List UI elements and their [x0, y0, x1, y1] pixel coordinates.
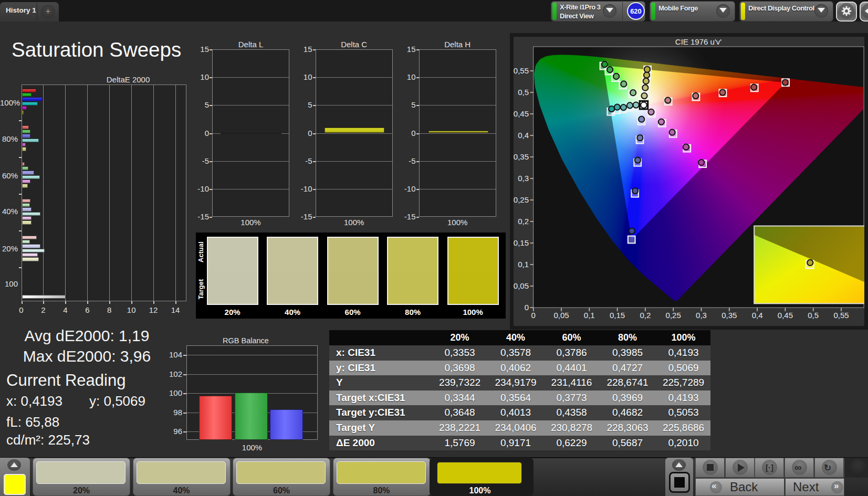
- svg-text:0,1: 0,1: [518, 260, 529, 269]
- svg-text:0,45: 0,45: [778, 311, 793, 320]
- svg-text:0,15: 0,15: [610, 311, 625, 320]
- svg-text:0,3: 0,3: [696, 311, 707, 320]
- svg-text:0,2: 0,2: [518, 217, 529, 226]
- svg-text:0,55: 0,55: [833, 311, 849, 320]
- svg-text:0,55: 0,55: [514, 66, 529, 75]
- svg-text:0,4: 0,4: [518, 131, 529, 140]
- svg-text:0: 0: [531, 311, 536, 320]
- svg-text:0,2: 0,2: [640, 311, 651, 320]
- svg-text:0,5: 0,5: [518, 88, 529, 97]
- svg-text:0,25: 0,25: [514, 195, 529, 204]
- svg-text:0,35: 0,35: [514, 152, 529, 161]
- svg-text:0,4: 0,4: [752, 311, 763, 320]
- svg-text:0: 0: [525, 303, 529, 312]
- svg-text:0,1: 0,1: [584, 311, 595, 320]
- svg-text:0,25: 0,25: [666, 311, 681, 320]
- svg-text:0,45: 0,45: [514, 109, 529, 118]
- svg-text:0,05: 0,05: [553, 311, 569, 320]
- svg-text:0,3: 0,3: [518, 174, 529, 183]
- svg-text:0,15: 0,15: [514, 238, 529, 247]
- svg-text:0,5: 0,5: [808, 311, 819, 320]
- svg-text:0,05: 0,05: [514, 281, 529, 290]
- svg-text:0,35: 0,35: [721, 311, 737, 320]
